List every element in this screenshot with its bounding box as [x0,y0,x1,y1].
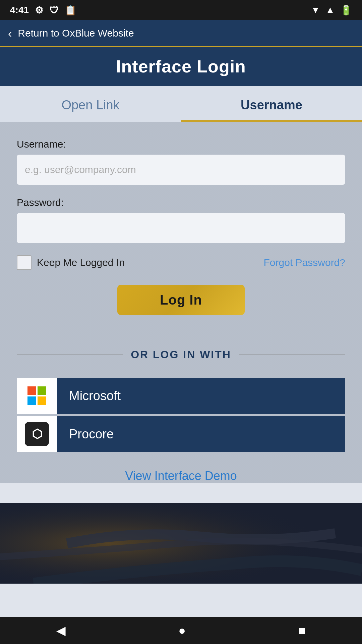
battery-icon: 🔋 [340,5,352,16]
wifi-icon: ▼ [311,5,320,15]
status-bar: 4:41 ⚙ 🛡 📋 ▼ ▲ 🔋 [0,0,362,20]
status-left: 4:41 ⚙ 🛡 📋 [10,5,76,16]
tab-username[interactable]: Username [181,86,362,122]
procore-login-button[interactable]: ⬡ Procore [17,416,345,452]
social-login-buttons: Microsoft ⬡ Procore [17,378,345,452]
microsoft-icon-area [17,378,57,414]
ms-red-square [27,386,36,395]
keep-logged-in-label: Keep Me Logged In [37,257,125,268]
divider-row: OR LOG IN WITH [17,348,345,361]
checkbox-row: Keep Me Logged In Forgot Password? [17,255,345,270]
back-label: Return to OxBlue Website [18,28,134,39]
keep-logged-in-checkbox[interactable] [17,255,32,270]
main-content: Open Link Username Username: Password: K… [0,86,362,483]
ms-yellow-square [38,396,46,405]
divider-text: OR LOG IN WITH [131,348,231,361]
view-demo-link[interactable]: View Interface Demo [125,469,237,483]
username-label: Username: [17,139,345,150]
photo-strip [0,503,362,584]
nav-home-button[interactable]: ● [168,620,196,641]
procore-label: Procore [57,416,345,452]
password-input[interactable] [17,213,345,243]
microsoft-login-button[interactable]: Microsoft [17,378,345,414]
divider-right [239,355,345,355]
forgot-password-link[interactable]: Forgot Password? [264,257,345,268]
demo-link-container: View Interface Demo [0,469,362,483]
nav-bottom: ◀ ● ■ [0,617,362,644]
city-aerial-graphic [0,503,362,584]
back-button[interactable]: ‹ Return to OxBlue Website [8,27,134,40]
status-time: 4:41 [10,5,29,15]
page-title: Interface Login [0,56,362,76]
microsoft-label: Microsoft [57,378,345,414]
divider-left [17,355,123,355]
password-label: Password: [17,197,345,208]
nav-back-button[interactable]: ◀ [46,620,76,641]
status-right: ▼ ▲ 🔋 [311,5,352,16]
procore-icon: ⬡ [25,422,49,446]
ms-blue-square [27,396,36,405]
procore-icon-area: ⬡ [17,416,57,452]
microsoft-icon [27,386,46,405]
tab-open-link[interactable]: Open Link [0,86,181,122]
username-input[interactable] [17,155,345,185]
shield-icon: 🛡 [49,5,59,16]
nav-bar: ‹ Return to OxBlue Website [0,20,362,47]
tab-bar: Open Link Username [0,86,362,122]
ms-green-square [38,386,46,395]
keep-logged-in-container: Keep Me Logged In [17,255,125,270]
login-form: Username: Password: Keep Me Logged In Fo… [0,122,362,348]
clipboard-icon: 📋 [65,5,76,16]
login-button[interactable]: Log In [117,285,245,315]
back-arrow-icon: ‹ [8,27,12,40]
photo-strip-inner [0,503,362,584]
settings-icon: ⚙ [35,5,43,16]
app-header: Interface Login [0,47,362,86]
nav-recents-button[interactable]: ■ [288,620,316,641]
signal-icon: ▲ [325,5,335,15]
